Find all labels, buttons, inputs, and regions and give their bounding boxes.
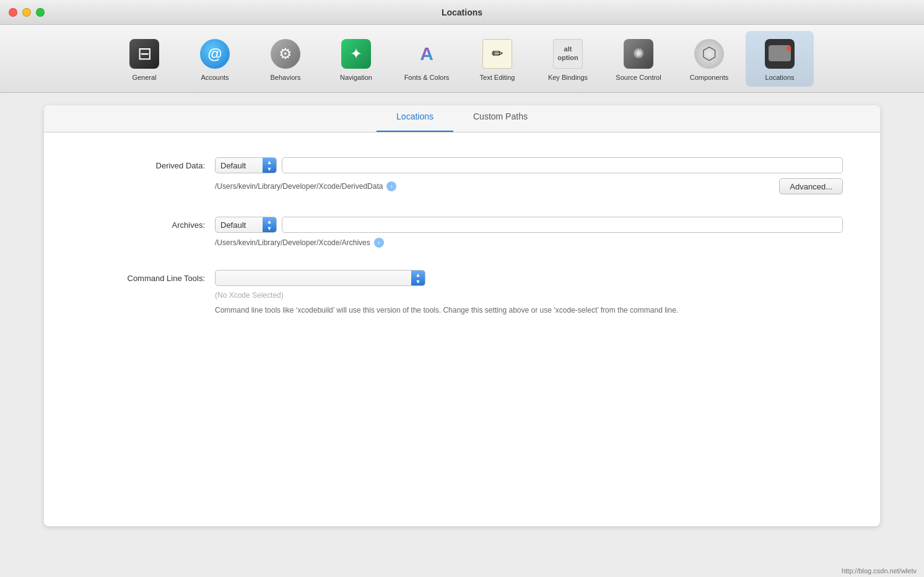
toolbar-item-navigation[interactable]: ✦ Navigation	[322, 31, 390, 87]
command-line-tools-control: ▲ ▼ (No Xcode Selected) Command line too…	[215, 270, 843, 316]
form-content: Derived Data: Default ▲ ▼	[44, 132, 880, 363]
components-icon: ⬡	[693, 38, 725, 70]
toolbar-label-key-bindings: Key Bindings	[548, 74, 588, 81]
toolbar-label-accounts: Accounts	[201, 74, 229, 81]
derived-data-path-row: /Users/kevin/Library/Developer/Xcode/Der…	[215, 178, 843, 194]
archives-inline: Default ▲ ▼	[215, 217, 843, 233]
command-line-tools-label: Command Line Tools:	[81, 270, 205, 283]
toolbar-item-accounts[interactable]: @ Accounts	[181, 31, 249, 87]
toolbar-item-behaviors[interactable]: ⚙ Behaviors	[251, 31, 320, 87]
derived-data-label: Derived Data:	[81, 157, 205, 170]
tab-bar: Locations Custom Paths	[44, 105, 880, 132]
command-line-tools-description: Command line tools like ‘xcodebuild’ wil…	[215, 305, 710, 316]
archives-control: Default ▲ ▼ /Users/kevin/Library/Develop…	[215, 217, 843, 248]
toolbar-label-fonts-colors: Fonts & Colors	[404, 74, 450, 81]
minimize-button[interactable]	[22, 8, 31, 17]
source-control-icon: ✺	[622, 38, 655, 70]
toolbar-label-general: General	[132, 74, 156, 81]
derived-data-dropdown-text: Default	[216, 161, 263, 170]
derived-data-text-field[interactable]	[282, 157, 843, 173]
text-editing-icon: ✏	[481, 38, 513, 70]
toolbar-item-general[interactable]: ⊟ General	[110, 31, 178, 87]
archives-dropdown-arrow: ▲ ▼	[263, 217, 276, 232]
derived-data-dropdown[interactable]: Default ▲ ▼	[215, 157, 277, 173]
toolbar-item-locations[interactable]: Locations	[746, 31, 814, 87]
toolbar: ⊟ General @ Accounts ⚙ Behaviors ✦ Navig…	[0, 25, 924, 93]
derived-data-dropdown-arrow: ▲ ▼	[263, 158, 276, 173]
titlebar-buttons	[9, 8, 45, 17]
toolbar-label-navigation: Navigation	[340, 74, 372, 81]
maximize-button[interactable]	[36, 8, 45, 17]
close-button[interactable]	[9, 8, 17, 17]
toolbar-label-text-editing: Text Editing	[480, 74, 515, 81]
toolbar-label-behaviors: Behaviors	[271, 74, 301, 81]
toolbar-item-fonts-colors[interactable]: A Fonts & Colors	[393, 31, 461, 87]
toolbar-label-source-control: Source Control	[616, 74, 661, 81]
toolbar-item-components[interactable]: ⬡ Components	[675, 31, 743, 87]
fonts-icon: A	[411, 38, 443, 70]
command-line-tools-dropdown[interactable]: ▲ ▼	[215, 270, 425, 286]
no-xcode-text: (No Xcode Selected)	[215, 291, 843, 300]
url-text: http://blog.csdn.net/wletv	[842, 567, 917, 575]
toolbar-item-text-editing[interactable]: ✏ Text Editing	[463, 31, 531, 87]
panel: Locations Custom Paths Derived Data: Def…	[44, 105, 880, 526]
derived-data-row: Derived Data: Default ▲ ▼	[81, 157, 843, 194]
toolbar-label-locations: Locations	[765, 74, 794, 81]
toolbar-item-source-control[interactable]: ✺ Source Control	[604, 31, 673, 87]
archives-label: Archives:	[81, 217, 205, 230]
key-bindings-icon: altoption	[552, 38, 584, 70]
archives-dropdown-text: Default	[216, 220, 263, 230]
derived-data-path: /Users/kevin/Library/Developer/Xcode/Der…	[215, 181, 396, 191]
derived-data-path-arrow[interactable]: ›	[386, 181, 396, 191]
main-content: Locations Custom Paths Derived Data: Def…	[0, 93, 924, 577]
toolbar-item-key-bindings[interactable]: altoption Key Bindings	[534, 31, 602, 87]
archives-text-field[interactable]	[282, 217, 843, 233]
derived-data-control: Default ▲ ▼ /Users/kevin/Library/Develop…	[215, 157, 843, 194]
tab-locations[interactable]: Locations	[377, 105, 453, 132]
titlebar: Locations	[0, 0, 924, 25]
behaviors-icon: ⚙	[269, 38, 302, 70]
derived-data-inline: Default ▲ ▼	[215, 157, 843, 173]
archives-dropdown[interactable]: Default ▲ ▼	[215, 217, 277, 233]
toolbar-label-components: Components	[690, 74, 728, 81]
archives-row: Archives: Default ▲ ▼ /Users/ke	[81, 217, 843, 248]
advanced-button[interactable]: Advanced...	[779, 178, 843, 194]
command-line-tools-dropdown-arrow: ▲ ▼	[411, 271, 425, 285]
archives-path-arrow[interactable]: ›	[374, 238, 384, 248]
window-title: Locations	[442, 7, 482, 17]
archives-path: /Users/kevin/Library/Developer/Xcode/Arc…	[215, 238, 843, 248]
accounts-icon: @	[199, 38, 231, 70]
display-icon: ⊟	[128, 38, 160, 70]
navigation-icon: ✦	[340, 38, 372, 70]
tab-custom-paths[interactable]: Custom Paths	[453, 105, 547, 132]
url-bar: http://blog.csdn.net/wletv	[834, 565, 924, 577]
locations-icon	[764, 38, 796, 70]
command-line-tools-row: Command Line Tools: ▲ ▼ (No Xcode Select…	[81, 270, 843, 316]
